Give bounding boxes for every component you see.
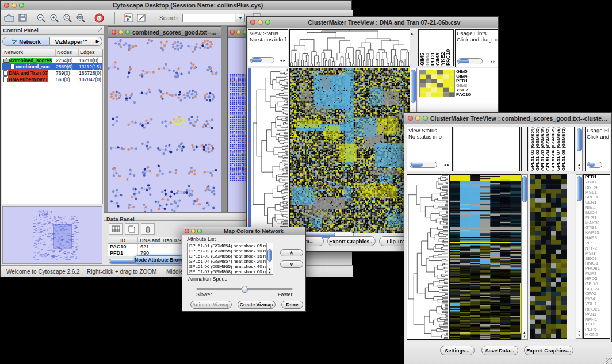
minimize-icon[interactable] [118, 30, 123, 35]
treeview1-zoom-heatmap[interactable] [419, 70, 455, 97]
minimize-icon[interactable] [258, 20, 263, 25]
network-view-canvas[interactable] [108, 38, 221, 212]
vscroll-arrows-icon[interactable]: ▴▾ [576, 162, 582, 170]
done-button[interactable]: Done [281, 301, 303, 309]
id-column-header[interactable]: ID [108, 237, 138, 243]
treeview2-heatmap[interactable] [449, 174, 521, 340]
close-icon[interactable] [185, 229, 189, 233]
delete-attribute-icon[interactable] [141, 223, 155, 235]
hscroll-arrows-icon[interactable]: ◂▸ [280, 58, 286, 63]
zoom-fit-icon[interactable] [74, 12, 87, 24]
close-icon[interactable] [230, 30, 235, 35]
zoom-icon[interactable] [265, 20, 270, 25]
view-status-hscrollbar[interactable] [410, 162, 437, 168]
zoom-icon[interactable] [197, 229, 202, 233]
main-title-bar[interactable]: Cytoscape Desktop (Session Name: collins… [1, 1, 351, 10]
move-up-button[interactable]: ∧ [280, 249, 303, 256]
treeview2-export-graphics-button[interactable]: Export Graphics... [524, 346, 573, 355]
file-icon [3, 70, 8, 76]
gene-id: PFD1 [108, 250, 138, 256]
help-lifebuoy-icon[interactable] [93, 12, 105, 24]
save-icon[interactable] [16, 12, 29, 24]
minimize-icon[interactable] [415, 116, 420, 121]
treeview2-save-data-button[interactable]: Save Data... [481, 346, 518, 355]
new-attribute-icon[interactable] [125, 223, 139, 235]
treeview2-settings-button[interactable]: Settings... [440, 346, 475, 355]
tab-vizmapper[interactable]: VizMapper™ [50, 37, 93, 46]
col-nodes[interactable]: Nodes [56, 49, 79, 56]
network-table: Network Nodes Edges combined_scores2764(… [2, 49, 103, 204]
side-scroll-arrow-icon[interactable]: ▸ [411, 32, 414, 36]
zoom-selected-icon[interactable] [61, 12, 74, 24]
hscroll-arrows-icon[interactable]: ◂▸ [444, 163, 450, 167]
zoom-in-icon[interactable] [48, 12, 60, 24]
minimize-icon[interactable] [236, 30, 241, 35]
treeview2-zoom-heatmap[interactable] [530, 174, 567, 339]
network-overview[interactable] [2, 206, 102, 264]
view-status-hscrollbar[interactable] [250, 57, 274, 63]
treeview2-button-bar: Settings... Save Data... Export Graphics… [404, 342, 612, 364]
open-folder-icon[interactable] [3, 12, 16, 24]
slider-thumb[interactable] [242, 286, 248, 293]
treeview1-title-bar[interactable]: ClusterMaker TreeView : DNA and Tran 07-… [247, 17, 498, 28]
gene-label[interactable]: MON2 [585, 332, 610, 338]
treeview2-heatmap-vscrollbar[interactable]: ▴▾ [521, 174, 528, 340]
minimize-icon[interactable] [12, 3, 17, 8]
animation-speed-slider[interactable] [196, 288, 293, 290]
vscroll-arrows-icon[interactable]: ▴▾ [267, 266, 273, 274]
treeview2-column-dendrogram-area[interactable] [454, 127, 520, 171]
treeview1-heatmap[interactable] [289, 68, 410, 233]
close-icon[interactable] [408, 116, 413, 121]
treeview1-row-dendrogram[interactable] [248, 68, 289, 233]
attribute-listbox[interactable]: GPL51-01 (GSM854) heat shock 05 minGPL51… [187, 243, 273, 275]
network-table-row[interactable]: combined_scores2764(0)16218(0) [2, 57, 102, 63]
float-panel-icon[interactable]: ⤢ [98, 27, 104, 33]
create-vizmap-button[interactable]: Create Vizmap [238, 301, 276, 309]
network-table-row[interactable]: DNA and Tran 07769(0)183728(0) [2, 70, 102, 76]
map-colors-title-bar[interactable]: Map Colors to Network [182, 227, 305, 235]
close-icon[interactable] [112, 30, 116, 35]
network-table-row[interactable]: RNAPuberNov2+563(0)107847(0) [2, 76, 102, 82]
node-attribute-browser-button[interactable]: Node Attribute Brows [134, 255, 185, 264]
search-input[interactable] [182, 14, 235, 22]
attribute-list-vscrollbar[interactable]: ▴▾ [266, 243, 273, 274]
resize-grip[interactable] [606, 358, 612, 364]
network-table-row[interactable]: combined_sco2569(6)13112(15) [2, 63, 102, 70]
tab-network[interactable]: Network [2, 37, 50, 46]
col-edges[interactable]: Edges [79, 49, 102, 56]
animation-speed-label: Animation Speed [186, 276, 230, 282]
network-view-title-bar[interactable]: combined_scores_good.txt--cluste... [108, 27, 221, 38]
zoom-icon[interactable] [423, 116, 428, 121]
zoom-icon[interactable] [125, 30, 130, 35]
col-network[interactable]: Network [2, 49, 56, 56]
select-attributes-icon[interactable] [109, 223, 123, 235]
usage-hints-hscrollbar[interactable] [457, 58, 483, 64]
zoom-icon[interactable] [19, 3, 24, 8]
vscroll-arrows-icon[interactable]: ▴▾ [522, 330, 527, 338]
vscroll-arrows-icon[interactable]: ▴▾ [576, 329, 582, 337]
close-icon[interactable] [250, 20, 255, 25]
column-label: GPL51-06 (GSM865) [550, 127, 556, 171]
minimize-icon[interactable] [191, 229, 196, 233]
treeview2-gene-list[interactable]: PFD1YRA1RNR4MSL1SPC98CLN1NIS1BUD4ELG1MAK… [583, 174, 610, 339]
treeview1-column-dendrogram[interactable] [289, 29, 410, 67]
search-dropdown-icon[interactable]: ▼ [236, 14, 245, 22]
attribute-table-row[interactable]: PAC10621 [108, 244, 193, 250]
column-label: GPL51-08 (GSM872) [561, 127, 566, 171]
move-down-button[interactable]: ∨ [280, 260, 303, 268]
treeview2-labels-vscrollbar[interactable]: ▴▾ [576, 127, 583, 171]
hscroll-arrows-icon[interactable]: ◂▸ [490, 59, 496, 64]
animate-vizmap-button[interactable]: Animate Vizmap [190, 301, 232, 309]
treeview2-title-bar[interactable]: ClusterMaker TreeView : combined_scores_… [404, 113, 611, 124]
treeview1-export-graphics-button[interactable]: Export Graphics... [327, 236, 376, 246]
annotation-icon[interactable] [135, 12, 148, 24]
treeview2-genelist-vscrollbar[interactable]: ▴▾ [576, 174, 583, 339]
vizmapper-icon[interactable] [122, 12, 135, 24]
usage-hints-hscrollbar[interactable] [587, 162, 602, 168]
treeview2-row-dendrogram[interactable] [407, 174, 449, 340]
status-hint-zoom: Right-click + drag to ZOOM [87, 269, 156, 275]
tab-overflow-icon[interactable]: ▶ [93, 37, 102, 46]
attribute-list-item[interactable]: GPL51-07 (GSM868) heat shock 60 min [189, 270, 273, 275]
close-icon[interactable] [4, 3, 9, 8]
zoom-out-icon[interactable] [35, 12, 47, 24]
